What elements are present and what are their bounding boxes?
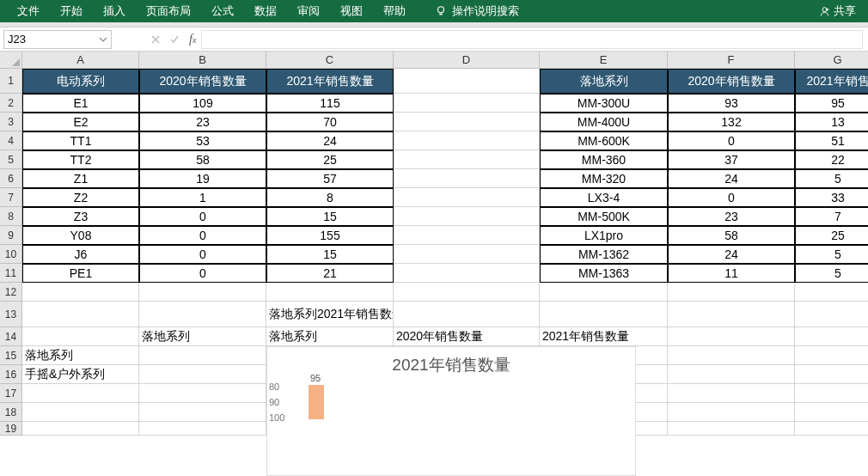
row-header[interactable]: 3 (0, 113, 22, 131)
name-box[interactable]: J23 (3, 30, 112, 49)
cancel-formula-button[interactable] (146, 30, 165, 49)
cell[interactable]: E1 (22, 94, 139, 113)
ribbon-tab[interactable]: 公式 (201, 0, 244, 22)
cell[interactable]: MM-500K (540, 207, 668, 226)
cell[interactable]: MM-1362 (540, 245, 668, 264)
cell[interactable]: 电动系列 (22, 69, 139, 94)
cell[interactable]: 2020年销售数量 (394, 327, 540, 346)
cell[interactable] (668, 384, 795, 403)
spreadsheet-grid[interactable]: ABCDEFG 12345678910111213141516171819 电动… (0, 52, 868, 476)
cell[interactable]: 51 (795, 131, 868, 150)
cell[interactable]: 5 (795, 245, 868, 264)
cell[interactable]: MM-320 (540, 169, 668, 188)
cell[interactable] (540, 302, 668, 327)
cell[interactable] (795, 384, 868, 403)
cell[interactable] (394, 188, 540, 207)
row-header[interactable]: 19 (0, 422, 22, 436)
cell[interactable]: LX3-4 (540, 188, 668, 207)
cell[interactable] (795, 283, 868, 302)
cell[interactable]: PE1 (22, 264, 139, 283)
cell[interactable]: 8 (266, 188, 394, 207)
cell[interactable]: 155 (266, 226, 394, 245)
cell[interactable]: 11 (668, 264, 795, 283)
cell[interactable] (795, 422, 868, 436)
cell[interactable] (668, 403, 795, 422)
cell[interactable] (795, 327, 868, 346)
cell[interactable]: TT2 (22, 150, 139, 169)
cell[interactable] (394, 226, 540, 245)
cell[interactable] (394, 150, 540, 169)
cell[interactable]: 0 (668, 188, 795, 207)
row-header[interactable]: 11 (0, 264, 22, 283)
select-all-triangle[interactable] (0, 52, 22, 69)
cell[interactable] (22, 302, 139, 327)
cell[interactable]: Z2 (22, 188, 139, 207)
cell[interactable] (394, 94, 540, 113)
col-header[interactable]: A (22, 52, 139, 69)
cell[interactable]: MM-1363 (540, 264, 668, 283)
cell[interactable] (795, 346, 868, 365)
cell[interactable] (139, 283, 266, 302)
row-header[interactable]: 9 (0, 226, 22, 245)
cell[interactable]: 53 (139, 131, 266, 150)
cell[interactable]: 2021年销售 (795, 69, 868, 94)
cell[interactable] (795, 403, 868, 422)
cell[interactable]: Y08 (22, 226, 139, 245)
cell[interactable] (394, 283, 540, 302)
row-header[interactable]: 14 (0, 327, 22, 346)
ribbon-tab[interactable]: 页面布局 (136, 0, 201, 22)
row-header[interactable]: 2 (0, 94, 22, 113)
cell[interactable]: 70 (266, 113, 394, 131)
row-header[interactable]: 16 (0, 365, 22, 384)
cell[interactable]: 15 (266, 207, 394, 226)
row-header[interactable]: 7 (0, 188, 22, 207)
cell[interactable]: 0 (139, 226, 266, 245)
cell[interactable]: 落地系列2021年销售数量 (266, 302, 394, 327)
cell[interactable]: 33 (795, 188, 868, 207)
cell[interactable] (22, 403, 139, 422)
cell[interactable] (22, 283, 139, 302)
fx-label[interactable]: fx (184, 33, 201, 46)
row-header[interactable]: 6 (0, 169, 22, 188)
cell[interactable] (266, 283, 394, 302)
cell[interactable]: 落地系列 (540, 69, 668, 94)
col-header[interactable]: D (394, 52, 540, 69)
cell[interactable]: 2020年销售数量 (139, 69, 266, 94)
cell[interactable]: 25 (795, 226, 868, 245)
cell[interactable]: 22 (795, 150, 868, 169)
cell[interactable]: 5 (795, 169, 868, 188)
row-header[interactable]: 5 (0, 150, 22, 169)
col-header[interactable]: E (540, 52, 668, 69)
cell[interactable]: 24 (668, 245, 795, 264)
ribbon-tab[interactable]: 插入 (93, 0, 136, 22)
ribbon-tab[interactable]: 数据 (244, 0, 287, 22)
row-header[interactable]: 13 (0, 302, 22, 327)
embedded-chart[interactable]: 2021年销售数量 809010095 (266, 346, 636, 476)
col-header[interactable]: F (668, 52, 795, 69)
cell[interactable]: 5 (795, 264, 868, 283)
cell[interactable]: 0 (139, 264, 266, 283)
cell[interactable]: Z1 (22, 169, 139, 188)
cell[interactable] (139, 346, 266, 365)
cell[interactable] (540, 283, 668, 302)
cell[interactable]: 24 (266, 131, 394, 150)
enter-formula-button[interactable] (165, 30, 184, 49)
row-header[interactable]: 10 (0, 245, 22, 264)
cell[interactable]: 0 (139, 245, 266, 264)
cell[interactable] (139, 384, 266, 403)
cell[interactable] (394, 245, 540, 264)
cell[interactable]: 15 (266, 245, 394, 264)
ribbon-tab[interactable]: 文件 (7, 0, 50, 22)
cell[interactable]: J6 (22, 245, 139, 264)
cell[interactable]: 21 (266, 264, 394, 283)
cell[interactable]: 58 (139, 150, 266, 169)
share-button[interactable]: 共享 (819, 3, 861, 19)
cell[interactable] (394, 302, 540, 327)
cell[interactable]: 57 (266, 169, 394, 188)
cell[interactable]: 132 (668, 113, 795, 131)
ribbon-tab[interactable]: 视图 (330, 0, 373, 22)
cell[interactable] (22, 384, 139, 403)
row-header[interactable]: 8 (0, 207, 22, 226)
ribbon-tab[interactable]: 帮助 (373, 0, 416, 22)
cell[interactable] (668, 302, 795, 327)
